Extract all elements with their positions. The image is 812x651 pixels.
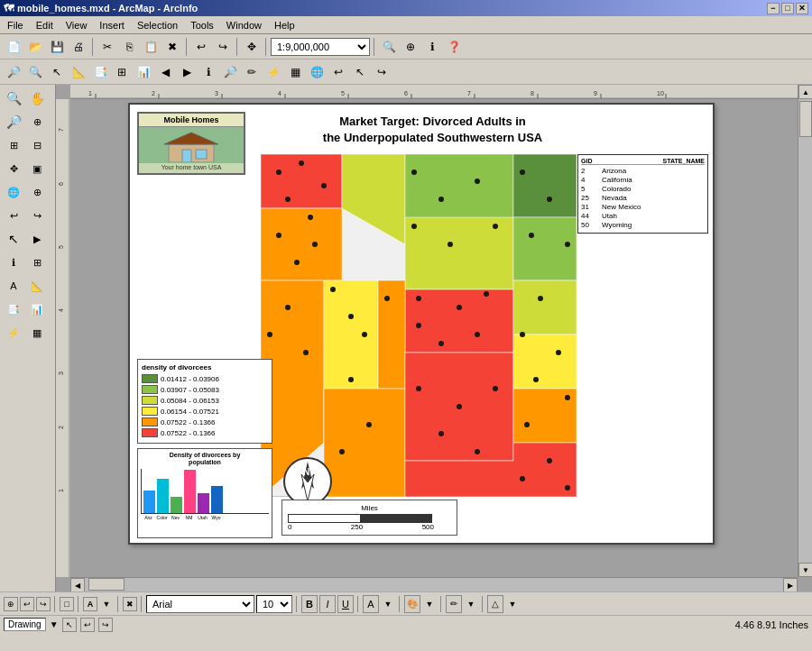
- shadow-button[interactable]: △: [487, 595, 503, 613]
- info-button[interactable]: ℹ: [198, 62, 218, 82]
- select-arrow-tool[interactable]: ↖: [3, 228, 24, 250]
- frame-tool[interactable]: ▣: [26, 158, 48, 179]
- bottom-btn-3[interactable]: ↪: [36, 597, 51, 611]
- bottom-btn-4[interactable]: □: [60, 597, 74, 611]
- layer2-tool[interactable]: 📑: [3, 298, 24, 320]
- font-selector[interactable]: Arial: [146, 595, 254, 613]
- bottom-btn-1[interactable]: ⊕: [4, 597, 18, 611]
- drawing-label[interactable]: Drawing: [4, 618, 46, 631]
- copy-button[interactable]: ⎘: [119, 37, 139, 57]
- scroll-right-button[interactable]: ▶: [783, 578, 798, 591]
- table2-tool[interactable]: ⊞: [26, 252, 48, 273]
- find-button[interactable]: 🔎: [220, 62, 240, 82]
- move-tool[interactable]: ✥: [3, 158, 24, 179]
- fill-color-button[interactable]: 🎨: [404, 595, 420, 613]
- menu-view[interactable]: View: [60, 18, 93, 32]
- menu-selection[interactable]: Selection: [132, 18, 183, 32]
- scrollbar-right[interactable]: ▲ ▼: [798, 85, 812, 577]
- arrow-left-button[interactable]: ↩: [328, 62, 348, 82]
- color-text-button[interactable]: A: [363, 595, 379, 613]
- undo-button[interactable]: ↩: [191, 37, 211, 57]
- undo-drawing-tool[interactable]: ↩: [80, 618, 95, 632]
- bottom-btn-2[interactable]: ↩: [20, 597, 34, 611]
- identify-button[interactable]: ℹ: [422, 37, 442, 57]
- full-extent-tool[interactable]: ⊕: [26, 111, 48, 133]
- identify-tool[interactable]: ℹ: [3, 252, 24, 273]
- zoom-in-button[interactable]: 🔍: [379, 37, 399, 57]
- redo-button[interactable]: ↪: [213, 37, 233, 57]
- save-button[interactable]: 💾: [47, 37, 67, 57]
- new-button[interactable]: 📄: [4, 37, 23, 57]
- select-button[interactable]: ↖: [47, 62, 67, 82]
- scale-tool[interactable]: 📐: [26, 275, 48, 297]
- text-tool[interactable]: A: [3, 275, 24, 297]
- scroll-up-button[interactable]: ▲: [798, 85, 812, 99]
- chart-button[interactable]: 📊: [134, 62, 153, 82]
- line-color-button[interactable]: ✏: [446, 595, 462, 613]
- scroll-thumb-bottom[interactable]: [88, 578, 125, 591]
- bottom-a-arrow[interactable]: ▼: [99, 597, 114, 611]
- redo-drawing-tool[interactable]: ↪: [98, 618, 113, 632]
- scale-dropdown[interactable]: 1:9,000,000: [271, 38, 370, 56]
- open-button[interactable]: 📂: [25, 37, 45, 57]
- menu-file[interactable]: File: [2, 18, 29, 32]
- bottom-btn-a[interactable]: A: [83, 597, 97, 611]
- scroll-thumb-right[interactable]: [799, 101, 812, 137]
- menu-edit[interactable]: Edit: [31, 18, 59, 32]
- menu-window[interactable]: Window: [221, 18, 267, 32]
- grid2-tool[interactable]: ▦: [26, 322, 48, 344]
- font-size-selector[interactable]: 10: [256, 595, 292, 613]
- delete-button[interactable]: ✖: [162, 37, 182, 57]
- layer-button[interactable]: 📑: [90, 62, 110, 82]
- zoom-button[interactable]: 🔎: [4, 62, 23, 82]
- cut-button[interactable]: ✂: [97, 37, 117, 57]
- arrow-right-button[interactable]: ↪: [372, 62, 392, 82]
- zoom-out-button[interactable]: 🔍: [25, 62, 45, 82]
- back-button[interactable]: ◀: [155, 62, 175, 82]
- plus-tool[interactable]: ⊕: [26, 181, 48, 203]
- bold-button[interactable]: B: [301, 595, 318, 613]
- menu-help[interactable]: Help: [269, 18, 300, 32]
- scrollbar-bottom[interactable]: ◀ ▶: [70, 577, 798, 591]
- globe-button[interactable]: 🌐: [307, 62, 327, 82]
- select-drawing-tool[interactable]: ↖: [62, 618, 77, 632]
- minimize-button[interactable]: −: [767, 3, 780, 14]
- forward-button[interactable]: ▶: [177, 62, 197, 82]
- earth-tool[interactable]: 🌐: [3, 181, 24, 203]
- close-button[interactable]: ✕: [796, 3, 808, 14]
- lightning-tool[interactable]: ⚡: [3, 322, 24, 344]
- scroll-left-button[interactable]: ◀: [70, 578, 85, 591]
- table-button[interactable]: ⊞: [112, 62, 132, 82]
- edit-tool-button[interactable]: ✏: [242, 62, 262, 82]
- grid-button[interactable]: ▦: [285, 62, 305, 82]
- scroll-down-button[interactable]: ▼: [798, 563, 812, 577]
- zoom-out-tool[interactable]: 🔎: [3, 111, 24, 133]
- pan-tool[interactable]: ✋: [26, 87, 48, 109]
- zoom-full-button[interactable]: ⊕: [401, 37, 420, 57]
- pan-button[interactable]: ✥: [242, 37, 262, 57]
- drawing-dropdown-arrow[interactable]: ▼: [50, 619, 59, 629]
- zoom-in-tool[interactable]: 🔍: [3, 87, 24, 109]
- measure-button[interactable]: 📐: [69, 62, 88, 82]
- resize-tool[interactable]: ⊞: [3, 134, 24, 156]
- underline-button[interactable]: U: [337, 595, 354, 613]
- color-text-arrow[interactable]: ▼: [381, 597, 395, 611]
- fwd-nav-tool[interactable]: ↪: [26, 205, 48, 226]
- italic-button[interactable]: I: [319, 595, 336, 613]
- group-tool[interactable]: ⊟: [26, 134, 48, 156]
- back-nav-tool[interactable]: ↩: [3, 205, 24, 226]
- pointer-button[interactable]: ↖: [350, 62, 370, 82]
- line-color-arrow[interactable]: ▼: [464, 597, 478, 611]
- annotate-button[interactable]: ⚡: [263, 62, 283, 82]
- menu-insert[interactable]: Insert: [94, 18, 130, 32]
- maximize-button[interactable]: □: [781, 3, 794, 14]
- shadow-arrow[interactable]: ▼: [505, 597, 520, 611]
- fill-color-arrow[interactable]: ▼: [422, 597, 437, 611]
- print-button[interactable]: 🖨: [69, 37, 88, 57]
- bottom-btn-x[interactable]: ✖: [123, 597, 137, 611]
- next-tool[interactable]: ▶: [26, 228, 48, 250]
- chart2-tool[interactable]: 📊: [26, 298, 48, 320]
- help-button[interactable]: ❓: [444, 37, 464, 57]
- menu-tools[interactable]: Tools: [185, 18, 219, 32]
- paste-button[interactable]: 📋: [141, 37, 161, 57]
